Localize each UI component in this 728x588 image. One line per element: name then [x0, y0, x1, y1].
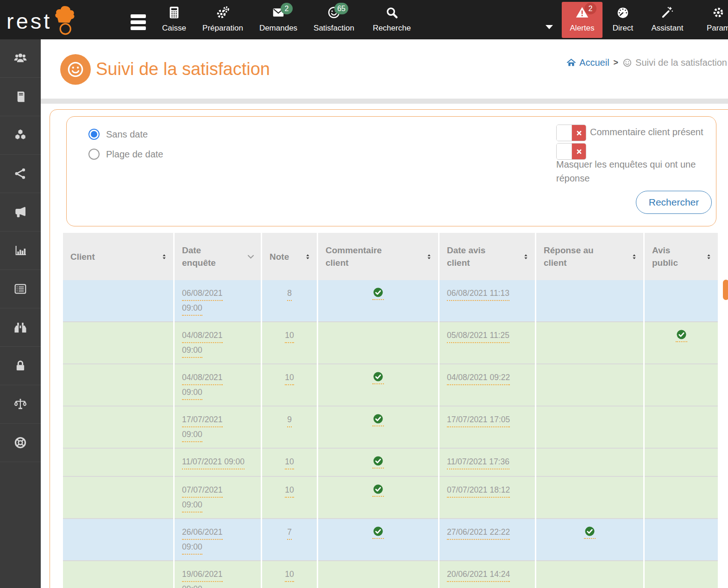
table-row[interactable]: 04/08/202109:001005/08/2021 11:25: [63, 322, 718, 364]
review-date-text[interactable]: 07/07/2021 18:12: [447, 483, 510, 498]
nav-dropdown-caret[interactable]: [546, 25, 553, 29]
sort-icon[interactable]: [522, 252, 529, 261]
hamburger-menu-button[interactable]: [131, 14, 146, 32]
cell-note: 8: [262, 280, 317, 322]
survey-date-text[interactable]: 26/06/2021: [182, 525, 223, 540]
survey-date-text[interactable]: 04/08/2021: [182, 328, 223, 343]
share-icon: [13, 167, 27, 181]
survey-date-text[interactable]: 09:00: [182, 427, 202, 442]
column-header-r-ponse-au-client[interactable]: Réponse auclient: [536, 233, 643, 280]
nav-item-direct[interactable]: Direct: [604, 0, 641, 39]
review-date-text[interactable]: 20/06/2021 14:24: [447, 567, 510, 582]
column-label: Client: [70, 250, 95, 263]
survey-date-text[interactable]: 09:00: [182, 301, 202, 316]
table-row[interactable]: 26/06/202109:00727/06/2021 22:22: [63, 519, 718, 561]
review-date-text[interactable]: 05/08/2021 11:25: [447, 328, 509, 343]
chevron-down-icon[interactable]: [246, 252, 255, 261]
review-date-text[interactable]: 27/06/2021 22:22: [447, 525, 510, 540]
comment-check-icon[interactable]: [372, 286, 384, 300]
comment-check-icon[interactable]: [372, 413, 384, 426]
survey-date-text[interactable]: 17/07/2021: [182, 413, 223, 427]
survey-date-text[interactable]: 09:00: [182, 498, 202, 513]
column-header-commentaire-client[interactable]: Commentaireclient: [318, 233, 438, 280]
radio-button-selected[interactable]: [88, 129, 100, 140]
comment-check-icon[interactable]: [372, 483, 384, 497]
comment-check-icon[interactable]: [372, 525, 384, 539]
sort-icon[interactable]: [304, 252, 311, 261]
breadcrumb-home-link[interactable]: Accueil: [566, 57, 609, 68]
table-row[interactable]: 06/08/202109:00806/08/2021 11:13: [63, 280, 718, 322]
sidebar-item-users[interactable]: [0, 39, 41, 78]
table-row[interactable]: 04/08/202109:001004/08/2021 09:22: [63, 364, 718, 407]
note-value[interactable]: 10: [285, 328, 294, 343]
survey-date-text[interactable]: 09:00: [182, 540, 202, 555]
comment-check-icon[interactable]: [372, 455, 384, 469]
table-row[interactable]: 11/07/2021 09:001011/07/2021 17:36: [63, 449, 718, 477]
nav-item-recherche[interactable]: Recherche: [369, 0, 415, 39]
comment-check-icon[interactable]: [372, 370, 384, 384]
note-value[interactable]: 10: [285, 370, 294, 385]
column-header-note[interactable]: Note: [262, 233, 317, 280]
sort-icon[interactable]: [161, 252, 168, 261]
survey-date-text[interactable]: 11/07/2021 09:00: [182, 455, 245, 469]
note-value[interactable]: 8: [287, 286, 292, 301]
review-date-text[interactable]: 06/08/2021 11:13: [447, 286, 509, 301]
table-row[interactable]: 07/07/202109:001007/07/2021 18:12: [63, 477, 718, 519]
column-header-date-enqu-te[interactable]: Dateenquête: [175, 233, 261, 280]
radio-plage-de-date[interactable]: Plage de date: [88, 149, 163, 160]
sidebar-item-book[interactable]: [0, 78, 41, 116]
survey-date-text[interactable]: 06/08/2021: [182, 286, 223, 301]
table-row[interactable]: 17/07/202109:00917/07/2021 17:05: [63, 407, 718, 449]
sidebar-item-cubes[interactable]: [0, 116, 41, 155]
sidebar-item-binoculars[interactable]: [0, 308, 41, 347]
note-value[interactable]: 9: [287, 413, 292, 427]
survey-date-text[interactable]: 09:00: [182, 343, 202, 358]
comment-present-toggle[interactable]: [556, 125, 586, 141]
survey-date-text[interactable]: 07/07/2021: [182, 483, 223, 498]
nav-item-caisse[interactable]: Caisse: [157, 0, 191, 39]
sidebar-item-balance-scale[interactable]: [0, 385, 41, 424]
sidebar-item-bullhorn[interactable]: [0, 193, 41, 231]
cell-comment: [318, 561, 438, 588]
cell-client: [63, 477, 173, 519]
sort-icon[interactable]: [705, 252, 712, 261]
nav-item-parametres[interactable]: Param: [693, 0, 728, 39]
review-date-text[interactable]: 04/08/2021 09:22: [447, 370, 510, 385]
sidebar-item-bar-chart[interactable]: [0, 231, 41, 270]
response-check-icon[interactable]: [584, 525, 596, 539]
radio-sans-date[interactable]: Sans date: [88, 129, 148, 140]
sidebar-item-lock[interactable]: [0, 347, 41, 385]
nav-item-alertes[interactable]: 2 Alertes: [562, 2, 602, 38]
nav-item-assistant[interactable]: Assistant: [642, 0, 692, 39]
column-header-avis-public[interactable]: Avispublic: [645, 233, 718, 280]
nav-item-satisfaction[interactable]: 65Satisfaction: [308, 0, 359, 39]
note-value[interactable]: 10: [285, 455, 294, 469]
survey-date-text[interactable]: 04/08/2021: [182, 370, 223, 385]
sidebar-item-share[interactable]: [0, 155, 41, 193]
column-header-client[interactable]: Client: [63, 233, 173, 280]
radio-button[interactable]: [88, 149, 100, 160]
survey-date-text[interactable]: 09:00: [182, 385, 202, 400]
public-check-icon[interactable]: [676, 328, 687, 342]
sidebar-item-list[interactable]: [0, 270, 41, 308]
cell-response: [536, 407, 643, 449]
note-value[interactable]: 10: [285, 567, 294, 582]
check-circle-icon: [373, 456, 383, 466]
sidebar-item-life-ring[interactable]: [0, 424, 41, 462]
nav-item-prparation[interactable]: Préparation: [198, 0, 247, 39]
note-value[interactable]: 10: [285, 483, 294, 498]
survey-date-text[interactable]: 19/06/2021: [182, 567, 223, 582]
review-date-text[interactable]: 11/07/2021 17:36: [447, 455, 509, 469]
search-button[interactable]: Rechercher: [636, 191, 712, 214]
scrollbar-thumb[interactable]: [723, 280, 728, 300]
app-logo[interactable]: rest: [6, 6, 77, 35]
x-icon: [576, 149, 582, 155]
note-value[interactable]: 7: [287, 525, 292, 540]
sort-icon[interactable]: [426, 252, 433, 261]
column-header-date-avis-client[interactable]: Date avisclient: [439, 233, 535, 280]
table-row[interactable]: 19/06/202109:001020/06/2021 14:24: [63, 561, 718, 588]
sort-icon[interactable]: [631, 252, 638, 261]
review-date-text[interactable]: 17/07/2021 17:05: [447, 413, 510, 427]
nav-item-demandes[interactable]: 2Demandes: [255, 0, 301, 39]
survey-date-text[interactable]: 09:00: [182, 582, 202, 588]
